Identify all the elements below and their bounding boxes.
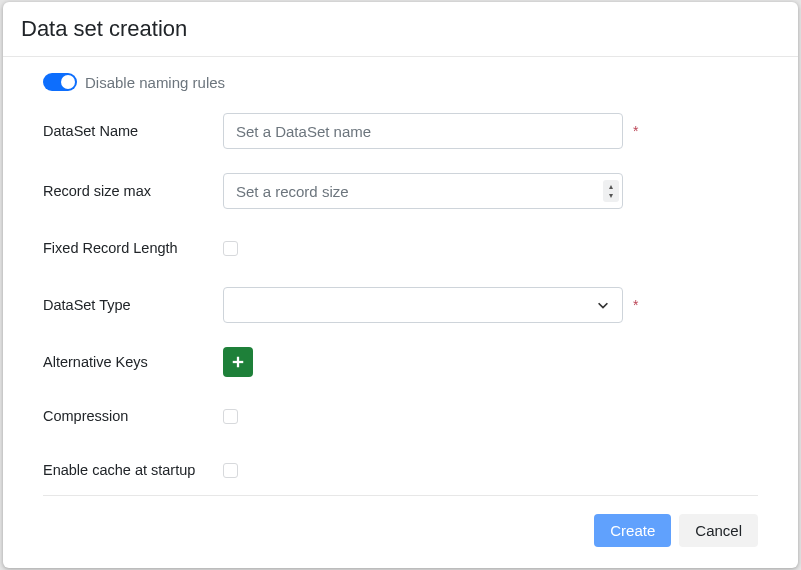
control-enable-cache [223, 463, 623, 478]
label-dataset-name: DataSet Name [43, 123, 223, 139]
label-enable-cache: Enable cache at startup [43, 462, 223, 478]
row-alternative-keys: Alternative Keys [43, 347, 758, 377]
control-alternative-keys [223, 347, 623, 377]
required-mark: * [633, 123, 638, 139]
disable-naming-rules-row: Disable naming rules [43, 73, 758, 91]
control-compression [223, 409, 623, 424]
modal-header: Data set creation [3, 2, 798, 57]
chevron-up-icon: ▴ [609, 182, 613, 191]
create-button[interactable]: Create [594, 514, 671, 547]
disable-naming-rules-label: Disable naming rules [85, 74, 225, 91]
modal-body: Disable naming rules DataSet Name * Reco… [3, 57, 798, 568]
modal-title: Data set creation [21, 16, 780, 42]
compression-checkbox[interactable] [223, 409, 238, 424]
dataset-name-input[interactable] [223, 113, 623, 149]
modal-footer: Create Cancel [43, 496, 758, 547]
label-compression: Compression [43, 408, 223, 424]
dataset-creation-modal: Data set creation Disable naming rules D… [3, 2, 798, 568]
plus-icon [231, 355, 245, 369]
add-alternative-key-button[interactable] [223, 347, 253, 377]
record-size-max-input[interactable] [223, 173, 623, 209]
label-dataset-type: DataSet Type [43, 297, 223, 313]
control-fixed-record-length [223, 241, 623, 256]
required-mark: * [633, 297, 638, 313]
row-dataset-name: DataSet Name * [43, 113, 758, 149]
row-dataset-type: DataSet Type * [43, 287, 758, 323]
row-enable-cache: Enable cache at startup [43, 455, 758, 485]
control-dataset-name [223, 113, 623, 149]
enable-cache-checkbox[interactable] [223, 463, 238, 478]
label-alternative-keys: Alternative Keys [43, 354, 223, 370]
chevron-down-icon [596, 298, 610, 312]
row-record-size-max: Record size max ▴ ▾ [43, 173, 758, 209]
dataset-type-select[interactable] [223, 287, 623, 323]
fixed-record-length-checkbox[interactable] [223, 241, 238, 256]
control-record-size-max: ▴ ▾ [223, 173, 623, 209]
control-dataset-type [223, 287, 623, 323]
number-spinner[interactable]: ▴ ▾ [603, 180, 619, 202]
chevron-down-icon: ▾ [609, 191, 613, 200]
row-compression: Compression [43, 401, 758, 431]
cancel-button[interactable]: Cancel [679, 514, 758, 547]
label-fixed-record-length: Fixed Record Length [43, 240, 223, 256]
row-fixed-record-length: Fixed Record Length [43, 233, 758, 263]
disable-naming-rules-toggle[interactable] [43, 73, 77, 91]
label-record-size-max: Record size max [43, 183, 223, 199]
